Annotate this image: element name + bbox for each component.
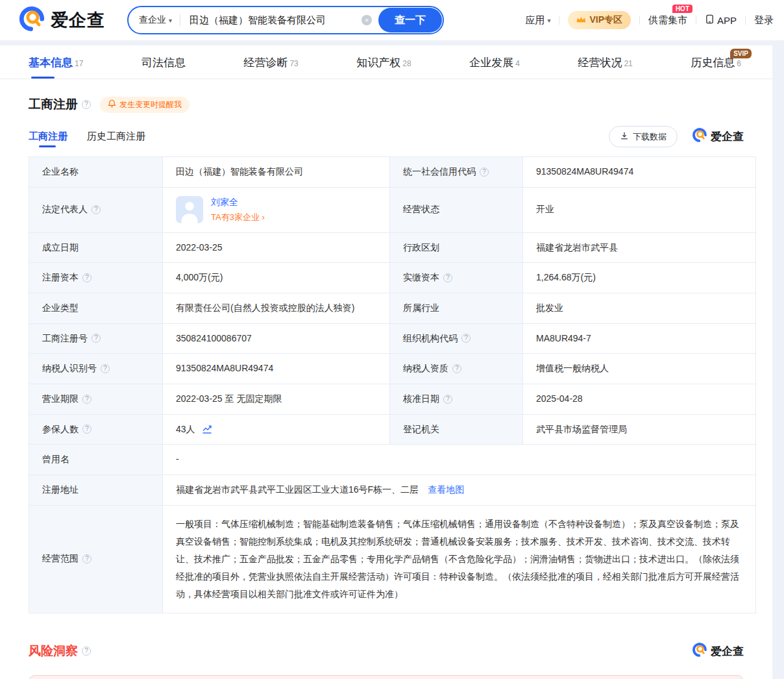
help-icon[interactable]: ?	[101, 364, 110, 373]
field-label-wrap: 成立日期	[42, 241, 149, 255]
legal-rep-link[interactable]: 刘家全	[211, 195, 265, 210]
aiqicha-logo-icon	[18, 5, 45, 35]
help-icon[interactable]: ?	[82, 395, 92, 404]
tab-label: 企业发展	[469, 56, 513, 69]
help-icon[interactable]: ?	[82, 647, 91, 656]
view-map-link[interactable]: 查看地图	[428, 484, 464, 495]
tab-count: 4	[515, 59, 520, 68]
tab-1[interactable]: 基本信息17	[29, 55, 83, 79]
field-label: 行政区划	[403, 241, 439, 255]
subtab-2[interactable]: 历史工商注册	[87, 130, 145, 147]
help-icon[interactable]: ?	[82, 425, 92, 434]
field-label: 注册地址	[42, 483, 79, 497]
help-icon[interactable]: ?	[82, 273, 92, 282]
tab-label: 经营诊断	[243, 56, 288, 69]
nav-supply-market[interactable]: HOT 供需集市	[648, 14, 687, 27]
field-value: 开业	[536, 204, 554, 214]
table-row: 企业名称田边（福建）智能装备有限公司统一社会信用代码?91350824MA8UR…	[29, 157, 756, 188]
field-value-cell: 91350824MA8UR49474	[163, 354, 390, 384]
field-value-cell: 福建省龙岩市武平县	[523, 232, 756, 263]
help-icon[interactable]: ?	[92, 205, 101, 214]
help-icon[interactable]: ?	[452, 364, 461, 373]
trend-chart-icon[interactable]	[202, 424, 212, 434]
field-value-cell: MA8UR494-7	[523, 323, 756, 354]
risk-section-header: 风险洞察 ? 爱企查	[0, 613, 772, 661]
tab-label: 历史信息	[691, 56, 735, 69]
field-label: 成立日期	[42, 241, 79, 255]
field-label-wrap: 法定代表人?	[42, 203, 149, 217]
tab-2[interactable]: 司法信息	[141, 55, 186, 79]
tab-3[interactable]: 经营诊断73	[243, 55, 298, 79]
help-icon[interactable]: ?	[82, 554, 92, 563]
nav-app-label: APP	[717, 15, 737, 26]
search-input[interactable]	[188, 14, 355, 27]
tab-count: 21	[624, 59, 632, 68]
field-value: 4,000万(元)	[176, 272, 223, 282]
tab-5[interactable]: 企业发展4	[469, 55, 520, 79]
nav-app[interactable]: APP	[705, 14, 737, 26]
nav-login[interactable]: 登录	[754, 14, 774, 27]
field-value-cell: 4,000万(元)	[163, 263, 390, 293]
table-row: 纳税人识别号?91350824MA8UR49474纳税人资质?增值税一般纳税人	[29, 354, 756, 384]
field-label: 组织机构代码	[403, 332, 458, 346]
field-label: 法定代表人	[42, 203, 88, 217]
field-label-cell: 注册地址	[29, 475, 163, 506]
field-label-wrap: 营业期限?	[42, 392, 149, 406]
watermark-text: 爱企查	[711, 644, 744, 659]
field-value: 91350824MA8UR49474	[176, 363, 273, 373]
field-label-wrap: 所属行业	[403, 301, 509, 315]
nav-vip-zone[interactable]: VIP专区	[568, 11, 631, 29]
field-value: 福建省龙岩市武平县武平工业园区工业大道16号F栋一、二层	[176, 484, 419, 495]
search-button[interactable]: 查一下	[378, 8, 442, 32]
field-value-cell: 刘家全TA有3家企业 ›	[163, 187, 390, 232]
help-icon[interactable]: ?	[443, 273, 452, 282]
field-label-wrap: 参保人数?	[42, 423, 149, 437]
field-label: 曾用名	[42, 452, 69, 467]
main-content: 基本信息17司法信息经营诊断73知识产权28企业发展4经营状况21历史信息6SV…	[0, 45, 772, 679]
change-reminder-button[interactable]: 发生变更时提醒我	[100, 97, 190, 113]
field-value: 田边（福建）智能装备有限公司	[176, 166, 303, 177]
help-icon[interactable]: ?	[461, 334, 471, 343]
field-label: 纳税人资质	[403, 362, 448, 376]
registration-subtabs: 工商注册历史工商注册	[29, 130, 165, 143]
clear-search-icon[interactable]: ×	[361, 15, 372, 25]
help-icon[interactable]: ?	[443, 395, 452, 404]
field-label: 注册资本	[42, 271, 79, 285]
help-icon[interactable]: ?	[480, 167, 489, 177]
field-label: 统一社会信用代码	[403, 165, 476, 179]
field-value: 2025-04-28	[536, 393, 583, 404]
field-label-cell: 纳税人资质?	[390, 354, 523, 384]
tab-7[interactable]: 历史信息6SVIP	[691, 55, 741, 79]
help-icon[interactable]: ?	[82, 100, 91, 109]
field-label-wrap: 纳税人识别号?	[42, 362, 149, 376]
header-nav: 应用 ▾ VIP专区 HOT 供需集市 APP 登录	[525, 11, 774, 29]
field-label-cell: 注册资本?	[29, 263, 163, 293]
field-value-cell: 2025-04-28	[523, 384, 756, 414]
field-label-cell: 企业名称	[29, 157, 163, 188]
field-label-cell: 成立日期	[29, 232, 163, 263]
subtab-1[interactable]: 工商注册	[29, 130, 67, 147]
header-logo[interactable]: 爱企查	[18, 5, 105, 35]
search-category-dropdown[interactable]: 查企业 ▾	[139, 14, 172, 26]
tab-4[interactable]: 知识产权28	[356, 55, 411, 79]
tab-6[interactable]: 经营状况21	[578, 55, 632, 79]
nav-apps[interactable]: 应用 ▾	[525, 14, 550, 27]
rep-companies-link[interactable]: TA有3家企业 ›	[211, 211, 265, 224]
aiqicha-logo-icon	[692, 642, 707, 661]
help-icon[interactable]: ?	[92, 334, 101, 343]
download-data-button[interactable]: 下载数据	[609, 126, 678, 147]
reminder-label: 发生变更时提醒我	[119, 99, 182, 110]
table-row: 营业期限?2022-03-25 至 无固定期限核准日期?2025-04-28	[29, 384, 756, 414]
top-header: 爱企查 查企业 ▾ × 查一下 应用 ▾ VIP专区 HOT 供需集市	[0, 0, 784, 40]
nav-divider	[696, 16, 696, 25]
watermark-logo: 爱企查	[692, 642, 744, 661]
tab-label: 基本信息	[29, 56, 73, 69]
field-label-wrap: 企业名称	[42, 165, 149, 179]
field-label-cell: 企业类型	[29, 293, 163, 323]
watermark-text: 爱企查	[711, 129, 744, 144]
watermark-logo: 爱企查	[692, 127, 744, 146]
risk-tools: 爱企查	[692, 642, 744, 661]
field-label: 企业类型	[42, 301, 79, 315]
field-value-cell: 一般项目：气体压缩机械制造；智能基础制造装备销售；气体压缩机械销售；通用设备制造…	[163, 505, 756, 613]
field-value: 43人	[176, 423, 195, 437]
